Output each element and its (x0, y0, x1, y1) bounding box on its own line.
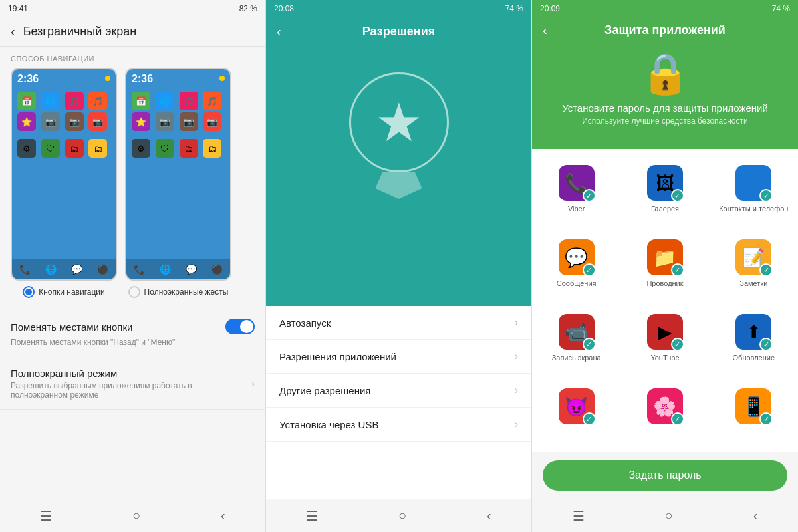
app-label-messages: Сообщения (557, 279, 597, 287)
header-row-2: ‹ Разрешения (266, 17, 531, 46)
app-item-update[interactable]: ⬆ ✓ Обновление (710, 305, 798, 379)
shield-icon: 🔒 (640, 50, 690, 97)
chevron-icon-1: › (251, 378, 255, 390)
toggle-desc: Поменять местами кнопки "Назад" и "Меню" (11, 337, 255, 348)
home-icon-1[interactable]: ○ (132, 508, 140, 523)
section-label-nav: СПОСОБ НАВИГАЦИИ (0, 47, 265, 68)
radio-1[interactable] (23, 286, 35, 298)
menu-label-other-permissions: Другие разрешения (279, 385, 370, 396)
star-icon: ★ (375, 92, 423, 154)
chevron-autostart: › (515, 317, 518, 329)
phone-preview-1: 2:36 📅 🌐 🎵 🎵 ⭐ 📷 📷 📷 ⚙ 🛡 🗂 (11, 68, 117, 281)
panel-permissions: 20:08 74 % ‹ Разрешения ★ Автозапуск › Р… (266, 0, 532, 532)
phone-preview-2: 2:36 📅 🌐 🎵 🎵 ⭐ 📷 📷 📷 ⚙ 🛡 🗂 (125, 68, 231, 281)
check-viber: ✓ (583, 189, 596, 202)
set-password-button[interactable]: Задать пароль (543, 460, 787, 491)
shield-title: Установите пароль для защиты приложений (562, 102, 768, 114)
menu-label-autostart: Автозапуск (279, 317, 331, 329)
check-app11: ✓ (671, 412, 684, 426)
menu-item-autostart[interactable]: Автозапуск › (266, 306, 531, 340)
radio-label-1: Кнопки навигации (39, 287, 105, 297)
medal-icon: ★ (349, 72, 449, 199)
chevron-app-permissions: › (515, 350, 518, 362)
chevron-other-permissions: › (515, 384, 518, 396)
header-1: ‹ Безграничный экран (0, 17, 265, 47)
page-title-3: Защита приложений (604, 23, 726, 37)
menu-icon-1[interactable]: ☰ (40, 508, 52, 524)
check-gallery: ✓ (671, 189, 684, 202)
check-screenrecord: ✓ (583, 338, 596, 351)
battery-1: 82 % (239, 4, 257, 13)
menu-icon-3[interactable]: ☰ (573, 508, 585, 524)
check-messages: ✓ (583, 263, 596, 277)
menu-item-usb-install[interactable]: Установка через USB › (266, 408, 531, 442)
page-title-1: Безграничный экран (23, 25, 137, 39)
app-icon-wrap-viber: 📞 ✓ (559, 165, 595, 201)
check-youtube: ✓ (671, 338, 684, 351)
status-bar-3: 20:09 74 % (532, 0, 798, 17)
app-icon-wrap-app10: 😈 ✓ (559, 388, 595, 424)
app-label-explorer: Проводник (646, 279, 683, 287)
toggle-title: Поменять местами кнопки (11, 321, 132, 332)
back-icon-1[interactable]: ‹ (221, 508, 225, 523)
toggle-switch[interactable] (225, 319, 255, 334)
app-label-gallery: Галерея (651, 205, 679, 213)
back-icon-3[interactable]: ‹ (753, 508, 758, 523)
panel-app-protection: 20:09 74 % ‹ Защита приложений 🔒 Установ… (532, 0, 798, 532)
status-bar-1: 19:41 82 % (0, 0, 265, 17)
radio-2[interactable] (128, 286, 140, 298)
app-item-gallery[interactable]: 🖼 ✓ Галерея (620, 156, 709, 230)
battery-2: 74 % (505, 4, 523, 13)
back-button-1[interactable]: ‹ (11, 24, 15, 39)
app-item-viber[interactable]: 📞 ✓ Viber (532, 156, 620, 230)
menu-icon-2[interactable]: ☰ (306, 508, 318, 524)
check-explorer: ✓ (671, 263, 684, 277)
radio-row-2[interactable]: Полноэкранные жесты (128, 286, 229, 298)
menu-item-app-permissions[interactable]: Разрешения приложений › (266, 340, 531, 374)
app-item-explorer[interactable]: 📁 ✓ Проводник (620, 230, 709, 305)
app-label-update: Обновление (733, 354, 775, 362)
header-row-3: ‹ Защита приложений (532, 17, 798, 43)
panel-borderless-screen: 19:41 82 % ‹ Безграничный экран СПОСОБ Н… (0, 0, 266, 532)
app-item-app10[interactable]: 😈 ✓ (532, 379, 620, 446)
radio-row-1[interactable]: Кнопки навигации (23, 286, 105, 298)
home-icon-3[interactable]: ○ (665, 508, 673, 523)
app-label-youtube: YouTube (650, 354, 679, 362)
app-icon-wrap-notes: 📝 ✓ (735, 239, 771, 275)
nav-option-buttons[interactable]: 2:36 📅 🌐 🎵 🎵 ⭐ 📷 📷 📷 ⚙ 🛡 🗂 (11, 68, 117, 298)
app-item-messages[interactable]: 💬 ✓ Сообщения (532, 230, 620, 305)
green-header: 20:09 74 % ‹ Защита приложений 🔒 Установ… (532, 0, 798, 149)
app-icon-wrap-gallery: 🖼 ✓ (647, 165, 683, 201)
menu-item-other-permissions[interactable]: Другие разрешения › (266, 374, 531, 408)
app-label-viber: Viber (568, 205, 585, 213)
app-label-contacts: Контакты и телефон (719, 205, 788, 213)
check-notes: ✓ (759, 263, 773, 277)
check-app12: ✓ (759, 412, 773, 426)
check-contacts: ✓ (759, 189, 773, 202)
app-icon-wrap-screenrecord: 📹 ✓ (559, 314, 595, 350)
status-bar-2: 20:08 74 % (266, 0, 531, 17)
shield-subtitle: Используйте лучшие средства безопасности (582, 116, 748, 126)
back-icon-2[interactable]: ‹ (487, 508, 491, 523)
time-3: 20:09 (540, 4, 560, 13)
home-icon-2[interactable]: ○ (398, 508, 406, 523)
app-item-contacts[interactable]: 👤 ✓ Контакты и телефон (710, 156, 798, 230)
app-item-app11[interactable]: 🌸 ✓ (620, 379, 709, 446)
fullscreen-mode-item[interactable]: Полноэкранный режим Разрешить выбранным … (0, 358, 265, 410)
app-icon-wrap-explorer: 📁 ✓ (647, 239, 683, 275)
medal-ribbon (376, 172, 422, 199)
back-button-3[interactable]: ‹ (543, 23, 547, 38)
app-item-notes[interactable]: 📝 ✓ Заметки (710, 230, 798, 305)
app-item-youtube[interactable]: ▶ ✓ YouTube (620, 305, 709, 379)
nav-option-gestures[interactable]: 2:36 📅 🌐 🎵 🎵 ⭐ 📷 📷 📷 ⚙ 🛡 🗂 (125, 68, 231, 298)
radio-label-2: Полноэкранные жесты (144, 287, 229, 297)
battery-3: 74 % (772, 4, 790, 13)
bottom-nav-2: ☰ ○ ‹ (266, 499, 531, 532)
back-button-2[interactable]: ‹ (277, 24, 281, 39)
medal-circle: ★ (349, 72, 449, 172)
app-item-app12[interactable]: 📱 ✓ (710, 379, 798, 446)
app-icon-wrap-app12: 📱 ✓ (735, 388, 771, 424)
app-item-screenrecord[interactable]: 📹 ✓ Запись экрана (532, 305, 620, 379)
nav-options: 2:36 📅 🌐 🎵 🎵 ⭐ 📷 📷 📷 ⚙ 🛡 🗂 (0, 68, 265, 309)
app-label-notes: Заметки (739, 279, 767, 287)
